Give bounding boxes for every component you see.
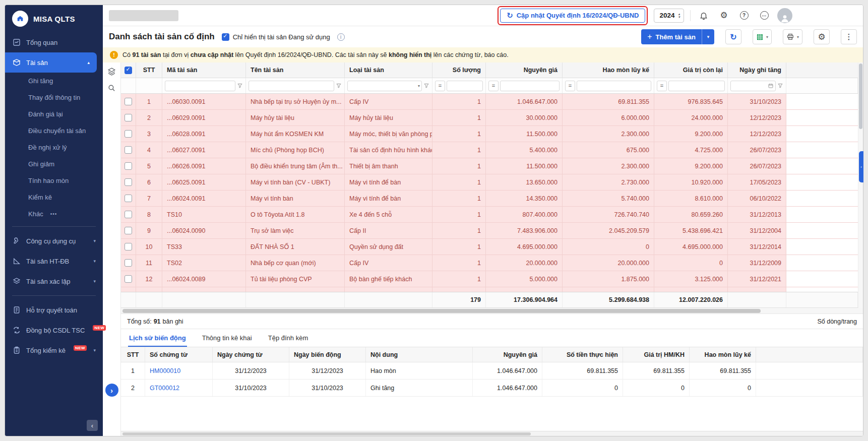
- row-checkbox[interactable]: [125, 211, 132, 218]
- filter-nguyen-gia-input[interactable]: [500, 81, 560, 91]
- funnel-icon[interactable]: [423, 83, 429, 89]
- history-row[interactable]: 2 GT000012 31/10/2023 31/10/2023 Ghi tăn…: [121, 380, 863, 397]
- column-header-so-luong[interactable]: Số lượng: [432, 62, 486, 78]
- export-excel-button[interactable]: ▾: [753, 29, 772, 44]
- row-checkbox[interactable]: [125, 130, 132, 138]
- filter-operator-equals[interactable]: =: [488, 81, 499, 91]
- table-row[interactable]: 9 ...06024.0090 Trụ sở làm việc Cấp II 1…: [121, 223, 858, 239]
- column-header-stt[interactable]: STT: [121, 347, 145, 362]
- sidebar-subitem[interactable]: Kiểm kê: [5, 189, 103, 206]
- tab-thong-tin-ke-khai[interactable]: Thông tin kê khai: [201, 330, 253, 347]
- table-row[interactable]: 4 ...06027.0091 Míc chủ (Phòng họp BCH) …: [121, 142, 858, 158]
- table-row[interactable]: 3 ...06028.0091 Máy hút ẩm KOSMEN KM Máy…: [121, 126, 858, 142]
- filter-operator-equals[interactable]: =: [657, 81, 667, 91]
- column-header-gia-tri-hm-kh[interactable]: Giá trị HM/KH: [623, 347, 690, 362]
- funnel-icon[interactable]: [237, 83, 243, 89]
- column-header-ten-tai-san[interactable]: Tên tài sản: [246, 62, 345, 78]
- year-selector[interactable]: 2024 ▴▾: [654, 9, 684, 23]
- sidebar-subitem[interactable]: Ghi tăng: [5, 73, 103, 89]
- row-checkbox[interactable]: [125, 98, 132, 105]
- expand-panel-button[interactable]: ›: [105, 384, 118, 397]
- scrollbar-thumb[interactable]: [859, 64, 862, 129]
- filter-so-luong-input[interactable]: [447, 81, 483, 91]
- row-checkbox[interactable]: [125, 162, 132, 170]
- filter-loai-tai-san-select[interactable]: ▾: [347, 81, 422, 91]
- sidebar-item-tai-san-xac-lap[interactable]: Tài sản xác lập ▾: [5, 271, 103, 291]
- sidebar-item-dong-bo-csdl-tsc[interactable]: Đồng bộ CSDL TSC NEW: [5, 320, 103, 340]
- filter-gia-tri-con-lai-input[interactable]: [668, 81, 725, 91]
- sidebar-subitem[interactable]: Khác •••: [5, 206, 103, 222]
- table-row[interactable]: 1 ...06030.0091 Nhà bếp tại trụ sở Huyện…: [121, 94, 858, 110]
- vertical-scrollbar[interactable]: [858, 62, 863, 308]
- sidebar-item-tai-san-ht-db[interactable]: Tài sản HT-ĐB ▾: [5, 251, 103, 271]
- horizontal-scrollbar[interactable]: [121, 308, 863, 314]
- sidebar-subitem[interactable]: Đánh giá lại: [5, 106, 103, 122]
- tab-lich-su-bien-dong[interactable]: Lịch sử biến động: [128, 330, 187, 347]
- table-row[interactable]: 10 TS33 ĐẤT NHÀ SỐ 1 Quyền sử dụng đất 1…: [121, 239, 858, 255]
- sidebar-item-cong-cu-dung-cu[interactable]: Công cụ dụng cụ ▾: [5, 231, 103, 251]
- column-header-nguyen-gia[interactable]: Nguyên giá: [486, 62, 563, 78]
- search-icon[interactable]: [107, 84, 116, 92]
- calendar-icon[interactable]: [768, 83, 774, 89]
- bottom-scrollbar[interactable]: [121, 431, 863, 436]
- voucher-link[interactable]: HM000010: [150, 367, 180, 374]
- table-row[interactable]: 5 ...06026.0091 Bộ điều khiển trung tâm …: [121, 158, 858, 174]
- row-checkbox[interactable]: [125, 227, 132, 234]
- column-header-so-tien-thuc-hien[interactable]: Số tiền thực hiện: [542, 347, 623, 362]
- sidebar-item-tai-san[interactable]: Tài sản ▴: [5, 52, 97, 73]
- table-row[interactable]: 2 ...06029.0091 Máy hủy tài liệu Máy hủy…: [121, 110, 858, 126]
- select-all-checkbox[interactable]: [125, 67, 132, 74]
- table-row[interactable]: 11 TS02 Nhà bếp cơ quan (mới) Cấp IV 1 2…: [121, 255, 858, 271]
- column-header-gia-tri-con-lai[interactable]: Giá trị còn lại: [654, 62, 728, 78]
- table-settings-button[interactable]: ⚙: [814, 29, 830, 44]
- info-icon[interactable]: i: [337, 33, 345, 41]
- column-header-nguyen-gia[interactable]: Nguyên giá: [473, 347, 542, 362]
- update-decision-button[interactable]: ↻ Cập nhật Quyết định 16/2024/QĐ-UBND: [500, 9, 645, 23]
- row-checkbox[interactable]: [125, 275, 132, 283]
- more-menu-button[interactable]: ⋯: [757, 9, 771, 23]
- settings-gear-button[interactable]: ⚙: [717, 9, 731, 23]
- filter-ngay-ghi-tang-input[interactable]: [730, 81, 776, 91]
- sidebar-item-tong-kiem-ke[interactable]: Tổng kiểm kê NEW ▾: [5, 340, 103, 360]
- funnel-icon[interactable]: [777, 83, 783, 89]
- column-header-so-chung-tu[interactable]: Số chứng từ: [145, 347, 213, 362]
- sidebar-collapse-button[interactable]: ‹: [87, 420, 98, 431]
- funnel-icon[interactable]: [336, 83, 342, 89]
- column-header-ma-tai-san[interactable]: Mã tài sản: [162, 62, 246, 78]
- column-header-ngay-bien-dong[interactable]: Ngày biến động: [289, 347, 366, 362]
- print-button[interactable]: ▾: [783, 29, 802, 44]
- only-in-use-checkbox[interactable]: Chỉ hiển thị tài sản Đang sử dụng: [222, 33, 330, 41]
- scrollbar-thumb[interactable]: [122, 309, 761, 313]
- refresh-button[interactable]: ↻: [725, 29, 741, 44]
- filter-hao-mon-input[interactable]: [577, 81, 651, 91]
- sidebar-subitem[interactable]: Tính hao mòn: [5, 172, 103, 189]
- filter-operator-equals[interactable]: =: [565, 81, 575, 91]
- sidebar-item-tong-quan[interactable]: Tổng quan: [5, 32, 103, 52]
- sidebar-subitem[interactable]: Ghi giảm: [5, 156, 103, 172]
- help-button[interactable]: ?: [737, 9, 751, 23]
- layers-icon[interactable]: [107, 67, 116, 76]
- filter-operator-equals[interactable]: =: [435, 81, 445, 91]
- table-row[interactable]: 8 TS10 O tô Tôyota Atít 1.8 Xe 4 đến 5 c…: [121, 207, 858, 223]
- filter-ten-tai-san-input[interactable]: [249, 81, 334, 91]
- row-checkbox[interactable]: [125, 195, 132, 202]
- column-header-ngay-ghi-tang[interactable]: Ngày ghi tăng: [728, 62, 786, 78]
- sidebar-subitem[interactable]: Điều chuyển tài sản: [5, 122, 103, 139]
- add-asset-button[interactable]: + Thêm tài sản: [641, 29, 702, 44]
- column-header-stt[interactable]: STT: [136, 62, 162, 78]
- row-checkbox[interactable]: [125, 114, 132, 121]
- column-header-loai-tai-san[interactable]: Loại tài sản: [345, 62, 432, 78]
- column-header-ngay-chung-tu[interactable]: Ngày chứng từ: [213, 347, 289, 362]
- scrollbar-thumb[interactable]: [122, 432, 531, 435]
- sidebar-subitem[interactable]: Đề nghị xử lý: [5, 139, 103, 156]
- checkbox-checked-icon[interactable]: [222, 33, 229, 41]
- sidebar-subitem[interactable]: Thay đổi thông tin: [5, 89, 103, 106]
- filter-ma-tai-san-input[interactable]: [165, 81, 235, 91]
- row-checkbox[interactable]: [125, 243, 132, 250]
- add-asset-dropdown[interactable]: ▾: [702, 29, 714, 44]
- more-icon[interactable]: •••: [50, 211, 57, 217]
- table-row[interactable]: 12 ...06024.0089 Tủ tài liệu phòng CVP B…: [121, 271, 858, 287]
- tab-tep-dinh-kem[interactable]: Tệp đính kèm: [267, 330, 309, 347]
- spinner-icon[interactable]: ▴▾: [678, 13, 680, 19]
- column-header-hao-mon[interactable]: Hao mòn lũy kế: [563, 62, 654, 78]
